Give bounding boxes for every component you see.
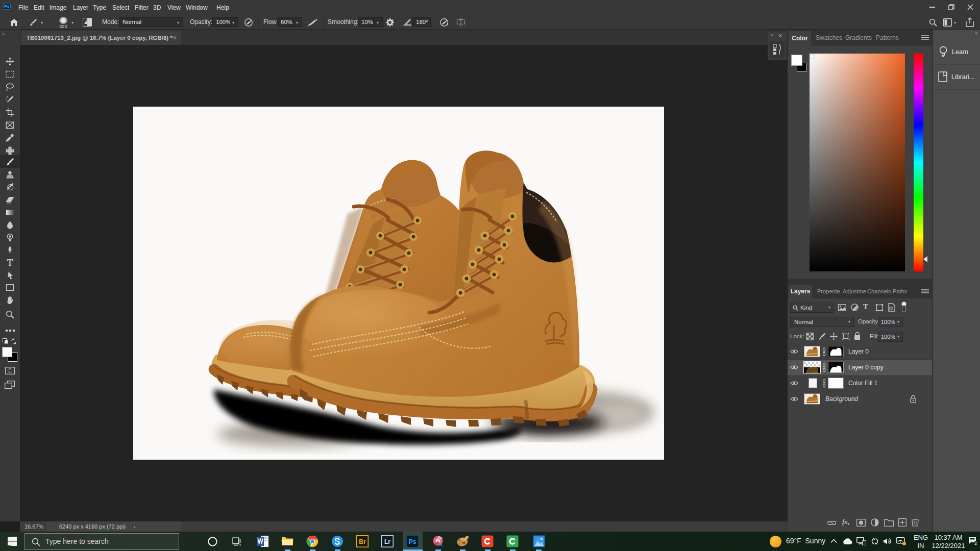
- svg-text:Ps: Ps: [409, 538, 416, 545]
- svg-text:2: 2: [974, 541, 977, 546]
- svg-text:Br: Br: [359, 538, 366, 545]
- svg-text:Lr: Lr: [384, 538, 390, 545]
